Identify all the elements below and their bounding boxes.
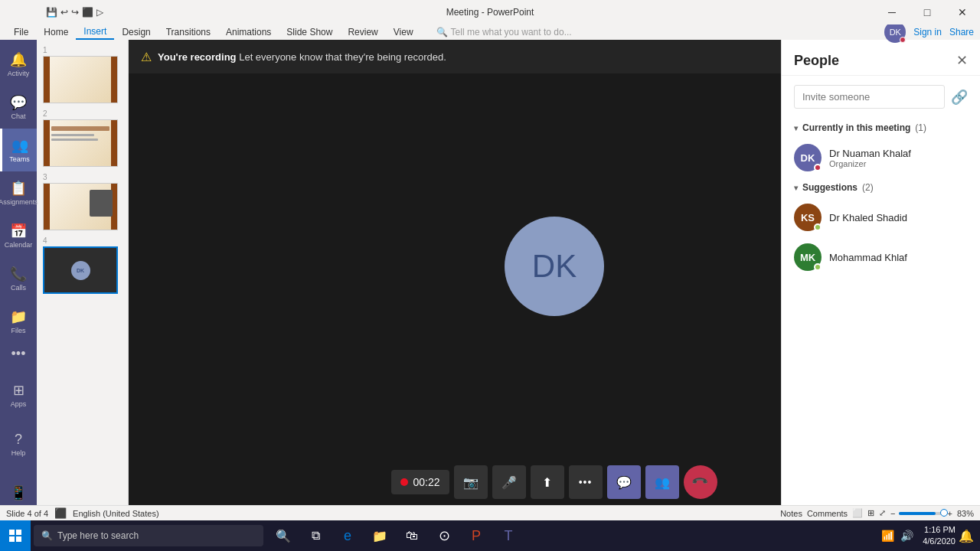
status-dot-busy: [814, 164, 822, 171]
invite-link-icon[interactable]: 🔗: [951, 89, 968, 106]
slide-thumb-3[interactable]: 3: [43, 173, 122, 230]
ribbon-tabs: File Home Insert Design Transitions Anim…: [0, 24, 980, 40]
calendar-icon: 📅: [10, 223, 27, 240]
more-apps-icon[interactable]: •••: [11, 346, 26, 362]
slide-thumb-1[interactable]: 1: [43, 46, 122, 103]
cortana-icon[interactable]: 🔍: [270, 522, 297, 549]
zoom-level[interactable]: 83%: [957, 509, 974, 518]
taskbar-search-text: Type here to search: [57, 530, 139, 541]
store-icon[interactable]: 🛍: [398, 522, 426, 549]
accessibility-icon[interactable]: ⬛: [54, 507, 67, 519]
slide-thumb-2[interactable]: 2: [43, 109, 122, 167]
ribbon-search[interactable]: Tell me what you want to do...: [451, 27, 572, 37]
redo-icon[interactable]: ↪: [71, 7, 79, 18]
mobile-icon: 📱: [10, 484, 27, 501]
slide-thumb-4[interactable]: 4 DK: [43, 236, 122, 294]
person-row-mk[interactable]: MK Mohammad Khlaf: [782, 237, 980, 277]
tab-animations[interactable]: Animations: [218, 25, 279, 39]
sidebar-item-apps[interactable]: ⊞ Apps: [0, 373, 37, 416]
tab-review[interactable]: Review: [340, 25, 385, 39]
tab-design[interactable]: Design: [114, 25, 158, 39]
task-view-icon[interactable]: ⧉: [302, 522, 329, 549]
sidebar-bottom: ⊞ Apps ? Help 📱: [0, 373, 37, 520]
comments-button[interactable]: Comments: [807, 509, 848, 518]
view-icon-fit[interactable]: ⤢: [879, 508, 886, 518]
people-panel: People ✕ 🔗 ▾ Currently in this meeting (…: [781, 40, 980, 505]
signin-label[interactable]: Sign in: [913, 27, 942, 37]
file-explorer-icon[interactable]: 📁: [366, 522, 394, 549]
sidebar-item-activity[interactable]: 🔔 Activity: [0, 43, 37, 86]
sidebar-item-assignments[interactable]: 📋 Assignments: [0, 171, 37, 214]
invite-input[interactable]: [794, 85, 945, 109]
panel-close-button[interactable]: ✕: [956, 52, 968, 69]
share-screen-button[interactable]: ⬆: [531, 465, 564, 499]
zoom-out-icon[interactable]: −: [890, 509, 895, 518]
language-indicator[interactable]: English (United States): [73, 509, 159, 518]
person-avatar-ks: KS: [794, 204, 822, 231]
notification-icon[interactable]: 🔔: [959, 529, 974, 543]
minimize-button[interactable]: ─: [874, 0, 910, 24]
save-icon[interactable]: 💾: [46, 7, 57, 18]
zoom-slider[interactable]: [899, 512, 945, 515]
suggestions-section-header[interactable]: ▾ Suggestions (2): [782, 178, 980, 197]
view-icon-normal[interactable]: ⬜: [852, 508, 863, 518]
taskbar-search[interactable]: 🔍 Type here to search: [34, 525, 263, 546]
person-row-ks[interactable]: KS Dr Khaled Shadid: [782, 197, 980, 237]
mic-button[interactable]: 🎤: [492, 465, 526, 499]
window-title: Meeting - PowerPoint: [446, 7, 534, 18]
hangup-button[interactable]: 📞: [676, 458, 724, 506]
participant-avatar: DK: [505, 217, 604, 316]
sidebar-item-calls[interactable]: 📞 Calls: [0, 257, 37, 300]
assignments-icon: 📋: [10, 180, 27, 197]
people-toggle-button[interactable]: 👥: [645, 465, 679, 499]
share-label[interactable]: Share: [949, 27, 974, 37]
start-button[interactable]: [0, 520, 31, 551]
teams-taskbar-icon[interactable]: T: [495, 522, 522, 549]
in-meeting-label: Currently in this meeting: [802, 122, 910, 133]
calls-icon: 📞: [10, 266, 27, 282]
tab-view[interactable]: View: [386, 25, 421, 39]
more-options-button[interactable]: •••: [569, 465, 603, 499]
undo-icon[interactable]: ↩: [60, 7, 68, 18]
sidebar-item-chat[interactable]: 💬 Chat: [0, 86, 37, 129]
sidebar-item-files[interactable]: 📁 Files: [0, 300, 37, 343]
edge-browser-icon[interactable]: e: [334, 522, 361, 549]
clock[interactable]: 1:16 PM 4/6/2020: [923, 524, 956, 548]
search-icon: 🔍: [436, 27, 448, 37]
statusbar-left: Slide 4 of 4 ⬛ English (United States): [6, 507, 159, 519]
maximize-button[interactable]: □: [910, 0, 945, 24]
teams-icon: 👥: [11, 137, 28, 154]
activity-icon: 🔔: [10, 51, 27, 68]
notes-button[interactable]: Notes: [780, 509, 802, 518]
chat-toggle-button[interactable]: 💬: [607, 465, 641, 499]
person-info-mk: Mohammad Khlaf: [829, 252, 968, 263]
person-row-dk[interactable]: DK Dr Nuaman Khalaf Organizer: [782, 138, 980, 178]
close-button[interactable]: ✕: [945, 0, 980, 24]
tab-insert[interactable]: Insert: [76, 24, 114, 40]
zoom-bar: − +: [890, 509, 952, 518]
warning-icon: ⚠: [141, 50, 152, 64]
zoom-in-icon[interactable]: +: [948, 509, 952, 518]
format-icon[interactable]: ⬛: [82, 7, 93, 18]
sidebar-item-teams[interactable]: 👥 Teams: [0, 129, 37, 171]
zoom-fill: [899, 512, 936, 515]
zoom-thumb: [940, 509, 948, 517]
chrome-icon[interactable]: ⊙: [430, 522, 458, 549]
tab-slideshow[interactable]: Slide Show: [279, 25, 340, 39]
in-meeting-section-header[interactable]: ▾ Currently in this meeting (1): [782, 118, 980, 138]
recording-timer[interactable]: 00:22: [391, 470, 449, 494]
status-dot-online-ks: [814, 223, 822, 231]
svg-rect-0: [9, 530, 15, 535]
present-icon[interactable]: ▷: [96, 7, 103, 18]
tab-file[interactable]: File: [6, 25, 36, 39]
tab-home[interactable]: Home: [36, 25, 76, 39]
user-avatar[interactable]: DK: [884, 21, 906, 43]
sidebar-item-help[interactable]: ? Help: [0, 422, 37, 465]
recording-status-text: You're recording: [158, 51, 237, 63]
powerpoint-icon[interactable]: P: [462, 522, 490, 549]
tab-transitions[interactable]: Transitions: [158, 25, 218, 39]
help-icon: ?: [15, 432, 22, 448]
sidebar-item-calendar[interactable]: 📅 Calendar: [0, 214, 37, 257]
camera-button[interactable]: 📷: [454, 465, 488, 499]
view-icon-grid[interactable]: ⊞: [867, 508, 874, 518]
